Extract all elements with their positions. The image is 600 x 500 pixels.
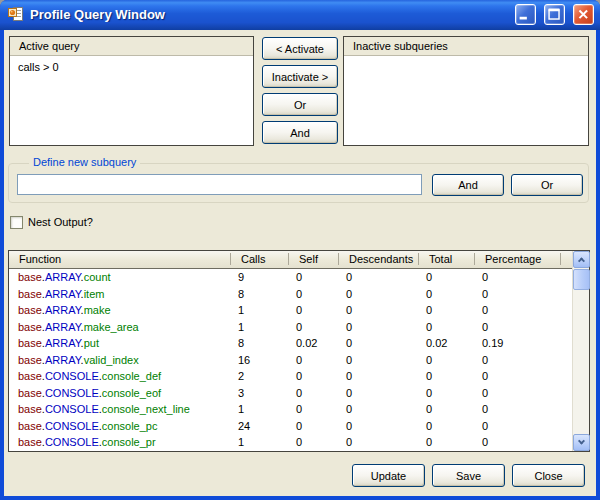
self-value: 0 <box>288 302 338 319</box>
column-header-self[interactable]: Self <box>288 251 338 268</box>
function-name: base.ARRAY.put <box>9 335 230 352</box>
total-value: 0 <box>418 401 474 418</box>
minimize-icon <box>516 4 535 25</box>
table-body[interactable]: base.ARRAY.count90000base.ARRAY.item8000… <box>9 269 572 451</box>
total-value: 0 <box>418 368 474 385</box>
descendants-value: 0 <box>338 385 418 402</box>
scroll-down-button[interactable] <box>573 434 590 451</box>
self-value: 0 <box>288 418 338 435</box>
table-row[interactable]: base.CONSOLE.console_eof30000 <box>9 385 572 402</box>
table-row[interactable]: base.ARRAY.count90000 <box>9 269 572 286</box>
calls-value: 3 <box>230 385 288 402</box>
list-item[interactable]: calls > 0 <box>10 57 253 74</box>
calls-value: 16 <box>230 352 288 369</box>
function-name: base.CONSOLE.console_eof <box>9 385 230 402</box>
table-row[interactable]: base.ARRAY.put80.0200.020.19 <box>9 335 572 352</box>
window-title: Profile Query Window <box>30 7 507 22</box>
self-value: 0 <box>288 434 338 451</box>
table-row[interactable]: base.CONSOLE.console_pr10000 <box>9 434 572 451</box>
calls-value: 1 <box>230 434 288 451</box>
total-value: 0 <box>418 352 474 369</box>
total-value: 0 <box>418 434 474 451</box>
table-row[interactable]: base.CONSOLE.console_def20000 <box>9 368 572 385</box>
descendants-value: 0 <box>338 319 418 336</box>
descendants-value: 0 <box>338 434 418 451</box>
percentage-value: 0 <box>474 418 560 435</box>
subquery-input[interactable] <box>17 174 422 195</box>
function-name: base.CONSOLE.console_pc <box>9 418 230 435</box>
calls-value: 24 <box>230 418 288 435</box>
descendants-value: 0 <box>338 269 418 286</box>
table-row[interactable]: base.ARRAY.make10000 <box>9 302 572 319</box>
subquery-or-button[interactable]: Or <box>511 174 583 196</box>
calls-value: 9 <box>230 269 288 286</box>
nest-output-checkbox[interactable] <box>10 216 23 229</box>
self-value: 0 <box>288 352 338 369</box>
scroll-up-button[interactable] <box>573 251 590 268</box>
app-icon <box>8 6 24 22</box>
total-value: 0.02 <box>418 335 474 352</box>
percentage-value: 0 <box>474 319 560 336</box>
titlebar[interactable]: Profile Query Window <box>0 0 600 30</box>
active-query-list[interactable]: calls > 0 <box>10 57 253 145</box>
self-value: 0 <box>288 319 338 336</box>
calls-value: 8 <box>230 286 288 303</box>
percentage-value: 0 <box>474 434 560 451</box>
maximize-icon <box>545 4 564 25</box>
inactive-subqueries-panel: Inactive subqueries <box>343 36 589 146</box>
vertical-scrollbar[interactable] <box>572 251 589 451</box>
calls-value: 1 <box>230 319 288 336</box>
self-value: 0 <box>288 286 338 303</box>
self-value: 0 <box>288 269 338 286</box>
column-header-calls[interactable]: Calls <box>230 251 288 268</box>
total-value: 0 <box>418 286 474 303</box>
scrollbar-thumb[interactable] <box>573 269 590 290</box>
table-row[interactable]: base.CONSOLE.console_pc240000 <box>9 418 572 435</box>
calls-value: 8 <box>230 335 288 352</box>
function-name: base.ARRAY.item <box>9 286 230 303</box>
or-combine-button[interactable]: Or <box>262 93 338 116</box>
chevron-down-icon <box>578 438 585 445</box>
percentage-value: 0 <box>474 401 560 418</box>
activate-button[interactable]: < Activate <box>262 37 338 60</box>
column-header-total[interactable]: Total <box>418 251 474 268</box>
inactive-subqueries-header: Inactive subqueries <box>344 37 588 56</box>
client-area: Active query calls > 0 < Activate Inacti… <box>4 30 596 496</box>
maximize-button[interactable] <box>544 4 565 25</box>
update-button[interactable]: Update <box>352 464 425 487</box>
table-row[interactable]: base.CONSOLE.console_next_line10000 <box>9 401 572 418</box>
descendants-value: 0 <box>338 418 418 435</box>
define-subquery-label: Define new subquery <box>29 156 140 168</box>
nest-output-label[interactable]: Nest Output? <box>28 216 93 229</box>
column-header-function[interactable]: Function <box>9 251 230 268</box>
save-button[interactable]: Save <box>432 464 505 487</box>
table-row[interactable]: base.ARRAY.valid_index160000 <box>9 352 572 369</box>
descendants-value: 0 <box>338 335 418 352</box>
descendants-value: 0 <box>338 352 418 369</box>
column-header-percentage[interactable]: Percentage <box>474 251 560 268</box>
function-name: base.CONSOLE.console_def <box>9 368 230 385</box>
minimize-button[interactable] <box>515 4 536 25</box>
self-value: 0.02 <box>288 335 338 352</box>
table-row[interactable]: base.ARRAY.item80000 <box>9 286 572 303</box>
percentage-value: 0.19 <box>474 335 560 352</box>
close-button[interactable] <box>573 4 594 25</box>
self-value: 0 <box>288 368 338 385</box>
function-name: base.ARRAY.make_area <box>9 319 230 336</box>
close-dialog-button[interactable]: Close <box>512 464 585 487</box>
total-value: 0 <box>418 418 474 435</box>
self-value: 0 <box>288 385 338 402</box>
table-row[interactable]: base.ARRAY.make_area10000 <box>9 319 572 336</box>
calls-value: 1 <box>230 302 288 319</box>
descendants-value: 0 <box>338 368 418 385</box>
total-value: 0 <box>418 385 474 402</box>
descendants-value: 0 <box>338 286 418 303</box>
descendants-value: 0 <box>338 401 418 418</box>
column-header-descendants[interactable]: Descendants <box>338 251 418 268</box>
active-query-panel: Active query calls > 0 <box>9 36 254 146</box>
inactive-subqueries-list[interactable] <box>344 57 588 145</box>
and-combine-button[interactable]: And <box>262 121 338 144</box>
inactivate-button[interactable]: Inactivate > <box>262 65 338 88</box>
subquery-and-button[interactable]: And <box>432 174 504 196</box>
percentage-value: 0 <box>474 368 560 385</box>
